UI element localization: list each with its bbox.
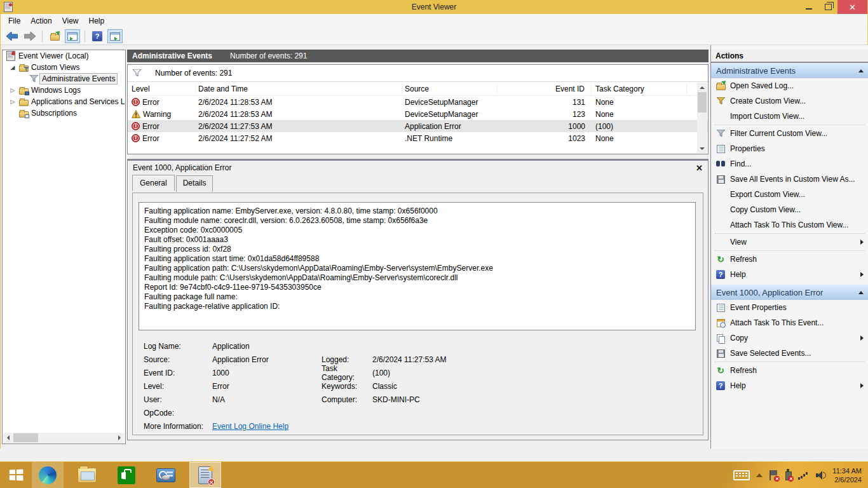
column-header-task-category[interactable]: Task Category <box>592 84 687 94</box>
column-header-date[interactable]: Date and Time <box>196 84 402 94</box>
action-filter-current-custom-view[interactable]: Filter Current Custom View... <box>711 126 868 141</box>
titlebar: Event Viewer ✕ <box>1 0 867 14</box>
tab-details[interactable]: Details <box>176 175 214 192</box>
windows-logs-folder-icon <box>18 86 29 95</box>
description-line: Faulting package-relative application ID… <box>144 302 690 311</box>
refresh-icon: ↻ <box>715 255 726 263</box>
tree-item-windows-logs[interactable]: ▷ Windows Logs <box>3 85 125 96</box>
tree-item-administrative-events[interactable]: Administrative Events <box>3 73 125 85</box>
scroll-left-arrow[interactable] <box>3 433 13 443</box>
action-help-event-submenu[interactable]: ? Help <box>711 378 868 393</box>
action-view-submenu[interactable]: View <box>711 234 868 250</box>
help-icon: ? <box>715 381 726 390</box>
warning-icon <box>132 110 140 118</box>
tree-item-event-viewer-local[interactable]: Event Viewer (Local) <box>3 50 125 62</box>
tree-item-custom-views[interactable]: ◢ Custom Views <box>3 62 125 73</box>
restore-button[interactable] <box>818 0 837 14</box>
tree-item-subscriptions[interactable]: Subscriptions <box>3 107 125 119</box>
event-log-online-help-link[interactable]: Event Log Online Help <box>212 422 288 431</box>
description-line: Faulting package full name: <box>144 292 690 302</box>
taskbar-file-explorer-button[interactable] <box>71 462 103 488</box>
action-attach-task-event[interactable]: Attach Task To This Event... <box>711 315 868 330</box>
expander-collapsed-icon[interactable]: ▷ <box>8 87 18 93</box>
action-import-custom-view[interactable]: Import Custom View... <box>711 109 868 124</box>
tree-item-applications-services-logs[interactable]: ▷ Applications and Services Lo <box>3 96 125 107</box>
scroll-up-arrow[interactable] <box>697 83 707 92</box>
taskbar-clock[interactable]: 11:34 AM 2/6/2024 <box>832 466 862 484</box>
expander-expanded-icon[interactable]: ◢ <box>8 64 18 71</box>
taskbar-store-button[interactable] <box>111 462 142 488</box>
tree-horizontal-scrollbar[interactable] <box>3 433 125 443</box>
show-hidden-icons-arrow[interactable] <box>756 473 763 477</box>
tab-general[interactable]: General <box>132 175 175 191</box>
action-copy-custom-view[interactable]: Copy Custom View... <box>711 202 868 217</box>
close-button[interactable]: ✕ <box>837 0 867 14</box>
action-find[interactable]: Find... <box>711 156 868 172</box>
action-save-selected-events[interactable]: Save Selected Events... <box>711 346 868 361</box>
binoculars-icon <box>715 161 726 167</box>
taskbar: ✕ ✕ ✕ 11:34 AM 2/6/2024 <box>0 462 868 488</box>
scrollbar-thumb[interactable] <box>13 433 38 442</box>
menu-action[interactable]: Action <box>25 15 57 27</box>
collapse-caret-icon[interactable] <box>858 291 864 294</box>
field-value-level: Error <box>212 382 229 391</box>
table-row-selected[interactable]: Error 2/6/2024 11:27:53 AM Application E… <box>128 120 708 132</box>
menu-help[interactable]: Help <box>84 15 110 27</box>
expander-collapsed-icon[interactable]: ▷ <box>8 98 18 105</box>
touch-keyboard-icon[interactable] <box>733 470 750 480</box>
help-toolbar-button[interactable]: ? <box>90 29 105 43</box>
event-description[interactable]: Faulting application name: EmbyServer.ex… <box>139 202 696 330</box>
actions-separator <box>715 250 865 251</box>
description-line: Fault offset: 0x001aaaa3 <box>144 235 690 245</box>
taskbar-control-panel-button[interactable] <box>150 462 182 488</box>
event-list-scrollbar[interactable] <box>697 83 707 153</box>
taskbar-edge-button[interactable] <box>32 462 64 488</box>
menu-file[interactable]: File <box>3 15 25 27</box>
open-folder-icon <box>50 34 60 41</box>
action-properties[interactable]: Properties <box>711 141 868 156</box>
volume-icon[interactable] <box>816 471 826 480</box>
table-row[interactable]: Warning 2/6/2024 11:28:53 AM DeviceSetup… <box>128 108 708 120</box>
actions-section-event-1000[interactable]: Event 1000, Application Error <box>711 285 868 300</box>
action-center-flag-icon[interactable]: ✕ <box>769 470 778 480</box>
forward-button[interactable] <box>22 29 37 43</box>
custom-views-folder-icon <box>18 64 29 72</box>
help-icon: ? <box>92 31 102 41</box>
action-export-custom-view[interactable]: Export Custom View... <box>711 187 868 202</box>
toggle-action-pane-button[interactable] <box>107 29 123 43</box>
taskbar-event-viewer-button[interactable]: ✕ <box>189 462 221 488</box>
actions-section-administrative-events[interactable]: Administrative Events <box>711 63 868 78</box>
toolbar-separator <box>42 30 43 42</box>
field-label-keywords: Keywords: <box>322 382 372 391</box>
action-help-submenu[interactable]: ? Help <box>711 267 868 282</box>
toggle-console-tree-button[interactable] <box>65 29 80 43</box>
action-event-properties[interactable]: Event Properties <box>711 300 868 315</box>
column-header-level[interactable]: Level <box>128 84 196 94</box>
back-button[interactable] <box>4 29 20 43</box>
action-attach-task-custom-view[interactable]: Attach Task To This Custom View... <box>711 217 868 233</box>
scroll-down-arrow[interactable] <box>697 144 707 153</box>
collapse-caret-icon[interactable] <box>858 69 864 72</box>
action-create-custom-view[interactable]: Create Custom View... <box>711 93 868 109</box>
scrollbar-thumb[interactable] <box>698 92 707 112</box>
action-open-saved-log[interactable]: Open Saved Log... <box>711 78 868 93</box>
filter-icon <box>715 130 726 137</box>
network-signal-icon[interactable] <box>798 471 810 480</box>
action-save-all-events[interactable]: Save All Events in Custom View As... <box>711 172 868 187</box>
detail-close-icon[interactable]: ✕ <box>696 163 703 173</box>
start-button[interactable] <box>0 462 32 488</box>
action-refresh-event[interactable]: ↻ Refresh <box>711 363 868 378</box>
minimize-button[interactable] <box>799 0 818 14</box>
open-saved-log-button[interactable] <box>47 29 62 43</box>
field-value-event-id: 1000 <box>212 369 229 377</box>
column-header-source[interactable]: Source <box>402 84 498 94</box>
action-copy-submenu[interactable]: Copy <box>711 330 868 346</box>
table-row[interactable]: Error 2/6/2024 11:27:52 AM .NET Runtime … <box>128 132 708 144</box>
table-row[interactable]: Error 2/6/2024 11:28:53 AM DeviceSetupMa… <box>128 96 708 108</box>
action-refresh[interactable]: ↻ Refresh <box>711 252 868 267</box>
menu-view[interactable]: View <box>57 15 84 27</box>
column-header-event-id[interactable]: Event ID <box>498 84 592 94</box>
field-value-log-name: Application <box>212 342 250 351</box>
scroll-right-arrow[interactable] <box>114 433 125 443</box>
usb-device-icon[interactable]: ✕ <box>784 470 792 480</box>
